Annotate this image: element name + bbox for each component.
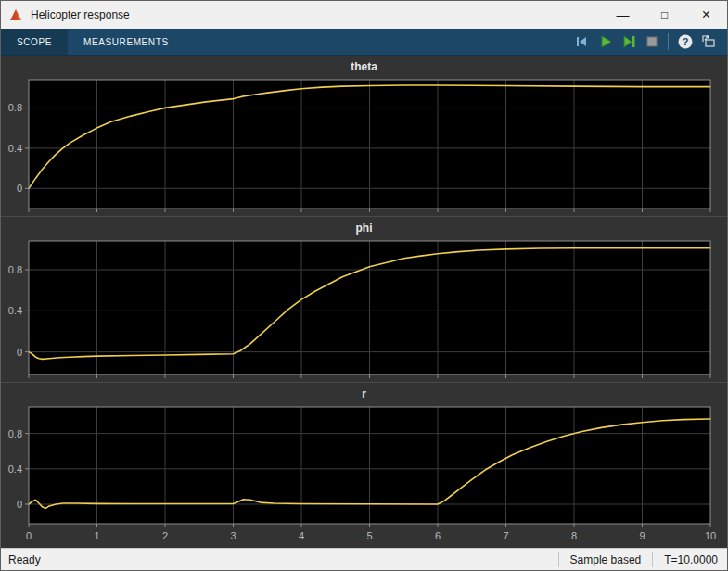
svg-text:8: 8 — [571, 530, 577, 541]
svg-text:0.4: 0.4 — [8, 305, 22, 316]
minimize-button[interactable]: — — [602, 1, 644, 29]
maximize-button[interactable]: □ — [644, 1, 685, 29]
svg-text:0.4: 0.4 — [8, 463, 22, 475]
svg-text:0: 0 — [17, 499, 22, 510]
tab-measurements[interactable]: MEASUREMENTS — [68, 29, 185, 55]
titlebar: Helicopter response — □ × — [1, 1, 727, 29]
svg-text:5: 5 — [366, 530, 372, 541]
plot-region: theta 00.40.8 phi 00.40.8 r 00.40.801234… — [1, 56, 727, 548]
run-icon — [597, 33, 614, 50]
svg-text:0: 0 — [26, 530, 32, 541]
chart-title: theta — [1, 56, 727, 76]
status-separator — [558, 552, 559, 567]
status-separator — [652, 552, 653, 567]
step-back-icon — [574, 33, 591, 50]
status-sim-time: T=10.0000 — [664, 553, 718, 566]
svg-text:0.8: 0.8 — [8, 428, 22, 439]
stop-icon — [644, 33, 660, 50]
chart-title: r — [1, 383, 727, 403]
scope-window: Helicopter response — □ × SCOPE MEASUREM… — [0, 0, 728, 571]
chart-panel-theta: theta 00.40.8 — [1, 56, 727, 217]
app-icon — [8, 7, 23, 22]
chart-panel-phi: phi 00.40.8 — [1, 217, 727, 383]
chart-title: phi — [1, 217, 727, 237]
help-button[interactable]: ? — [673, 31, 696, 54]
svg-text:9: 9 — [639, 530, 645, 541]
svg-text:3: 3 — [230, 530, 236, 541]
chart-canvas-theta[interactable]: 00.40.8 — [1, 76, 727, 216]
step-forward-button[interactable] — [617, 31, 640, 54]
toolstrip-separator — [668, 33, 669, 50]
svg-text:0: 0 — [17, 347, 22, 358]
chart-canvas-phi[interactable]: 00.40.8 — [1, 237, 727, 382]
svg-text:1: 1 — [94, 530, 99, 541]
tab-scope[interactable]: SCOPE — [1, 29, 68, 55]
svg-text:7: 7 — [503, 530, 508, 541]
dock-icon — [700, 33, 717, 50]
toolstrip-actions: ? — [570, 31, 727, 54]
svg-text:0.4: 0.4 — [8, 143, 22, 154]
step-forward-icon — [620, 33, 637, 50]
toolstrip: SCOPE MEASUREMENTS — [1, 29, 727, 56]
svg-text:0.8: 0.8 — [8, 102, 22, 113]
svg-text:2: 2 — [162, 530, 168, 541]
svg-text:6: 6 — [435, 530, 441, 541]
window-controls: — □ × — [602, 1, 727, 29]
window-title: Helicopter response — [31, 8, 130, 21]
svg-text:0: 0 — [17, 183, 22, 194]
dock-button[interactable] — [696, 31, 720, 54]
svg-text:10: 10 — [705, 530, 716, 541]
status-right: Sample based T=10.0000 — [547, 552, 727, 567]
chart-panel-r: r 00.40.8012345678910 — [1, 383, 727, 548]
svg-text:0.8: 0.8 — [8, 264, 22, 275]
svg-text:?: ? — [682, 36, 688, 47]
svg-text:4: 4 — [299, 530, 304, 541]
help-icon: ? — [677, 33, 694, 50]
chart-canvas-r[interactable]: 00.40.8012345678910 — [1, 403, 727, 548]
status-ready: Ready — [1, 553, 41, 566]
step-back-button[interactable] — [570, 31, 594, 54]
stop-button[interactable] — [640, 31, 663, 54]
run-button[interactable] — [594, 31, 617, 54]
status-sample-mode: Sample based — [570, 553, 642, 566]
statusbar: Ready Sample based T=10.0000 — [1, 548, 727, 570]
close-button[interactable]: × — [685, 1, 727, 29]
